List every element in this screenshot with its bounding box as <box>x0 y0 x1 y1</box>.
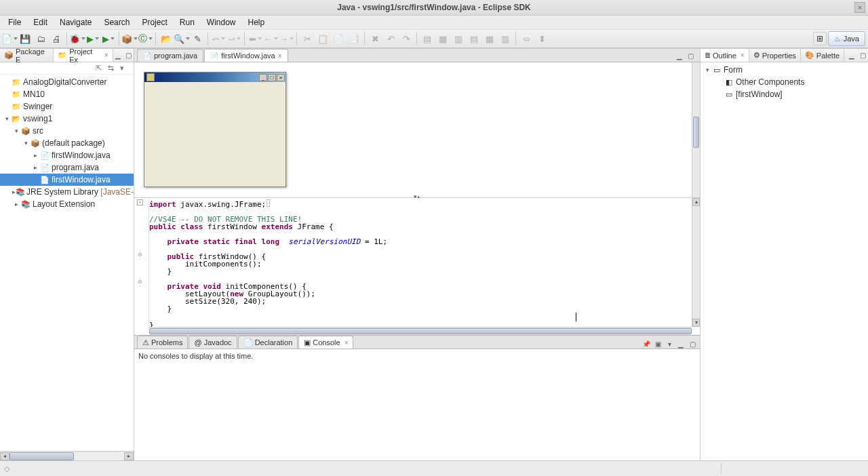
close-icon[interactable]: × <box>344 339 349 346</box>
tree-item[interactable]: ▸📄program.java <box>0 161 134 174</box>
close-icon[interactable]: × <box>741 52 745 59</box>
back-button[interactable]: ← <box>264 32 277 45</box>
align-bot-button[interactable]: ▥ <box>498 32 512 45</box>
tree-item[interactable]: ▾📦(default package) <box>0 137 134 149</box>
editor-tab-firstwindow[interactable]: 📄firstWindow.java× <box>204 49 288 62</box>
open-type-button[interactable]: 📂 <box>159 32 173 45</box>
scroll-up-arrow[interactable]: ▴ <box>692 198 700 206</box>
run-last-button[interactable]: ▶ <box>102 32 115 45</box>
menu-navigate[interactable]: Navigate <box>54 16 97 28</box>
tree-item[interactable]: 📁AnalogDigitalConverter <box>0 76 134 88</box>
open-console-icon[interactable]: ▾ <box>665 339 674 349</box>
tree-item[interactable]: 📁MN10 <box>0 88 134 100</box>
delete-button[interactable]: ✖ <box>368 32 382 45</box>
outline-item[interactable]: ▾▭Form <box>701 64 868 76</box>
paste-button[interactable]: 📄 <box>332 32 345 45</box>
editor-gutter[interactable]: + ⊖ ⊖ <box>134 198 149 327</box>
menu-project[interactable]: Project <box>136 16 172 28</box>
jframe-min-icon[interactable]: _ <box>259 74 267 81</box>
twisty-icon[interactable]: ▾ <box>3 115 11 122</box>
properties-tab[interactable]: ⚙Properties <box>749 49 801 62</box>
redo-button[interactable]: ↷ <box>399 32 413 45</box>
tree-item[interactable]: 📁Swinger <box>0 100 134 113</box>
fold-marker-icon[interactable]: + <box>137 199 143 205</box>
outline-item[interactable]: ◧Other Components <box>701 76 868 88</box>
scroll-track[interactable] <box>9 452 124 460</box>
twisty-icon[interactable]: ▾ <box>703 66 711 73</box>
outline-tab[interactable]: ≣Outline× <box>701 49 749 62</box>
menu-run[interactable]: Run <box>174 16 200 28</box>
toggle-mark-button[interactable]: ✎ <box>191 32 204 45</box>
editor-minimize-icon[interactable]: ▁ <box>677 52 686 62</box>
twisty-icon[interactable]: ▸ <box>31 152 39 159</box>
fold-marker-icon[interactable]: ⊖ <box>137 279 143 285</box>
print-button[interactable]: 🖨 <box>50 32 63 45</box>
jframe-max-icon[interactable]: □ <box>268 74 276 81</box>
scroll-left-arrow[interactable]: ◂ <box>0 452 9 460</box>
tree-item[interactable]: ▸📄firstWindow.java <box>0 149 134 161</box>
tree-item[interactable]: ▸📚Layout Extension <box>0 198 134 210</box>
menu-file[interactable]: File <box>3 16 26 28</box>
scroll-thumb[interactable] <box>149 328 692 334</box>
maximize-view-icon[interactable]: ▢ <box>858 51 867 60</box>
designer-vscroll[interactable] <box>692 62 700 197</box>
outline-tree[interactable]: ▾▭Form◧Other Components▭[firstWindow] <box>701 62 868 460</box>
minimize-view-icon[interactable]: ▁ <box>676 339 686 349</box>
tree-item[interactable]: ▾📂vswing1 <box>0 113 134 125</box>
close-icon[interactable]: × <box>104 52 108 59</box>
cut-button[interactable]: ✂ <box>300 32 314 45</box>
open-perspective-button[interactable]: ⊞ <box>813 32 827 45</box>
align-mid-button[interactable]: ▦ <box>483 32 496 45</box>
twisty-icon[interactable]: ▾ <box>22 140 30 146</box>
scroll-thumb[interactable] <box>693 117 699 148</box>
problems-tab[interactable]: ⚠Problems <box>137 336 188 349</box>
source-editor[interactable]: + ⊖ ⊖ import javax.swing.JFrame; //VS4E … <box>134 198 700 335</box>
twisty-icon[interactable]: ▾ <box>12 127 20 134</box>
declaration-tab[interactable]: 📄Declaration <box>238 336 298 349</box>
same-height-button[interactable]: ⬍ <box>535 32 549 45</box>
next-annot-button[interactable]: ⤻ <box>227 32 241 45</box>
minimize-view-icon[interactable]: ▁ <box>847 51 856 60</box>
maximize-view-icon[interactable]: ▢ <box>688 339 697 349</box>
new-class-button[interactable]: Ⓒ <box>138 32 152 45</box>
left-hscrollbar[interactable]: ◂ ▸ <box>0 451 134 460</box>
tree-item[interactable]: ▸📚JRE System Library [JavaSE-1.7] <box>0 186 134 198</box>
scroll-right-arrow[interactable]: ▸ <box>124 452 134 460</box>
maximize-view-icon[interactable]: ▢ <box>124 51 133 60</box>
twisty-icon[interactable]: ▸ <box>12 201 20 207</box>
minimize-view-icon[interactable]: ▁ <box>114 51 123 60</box>
align-right-button[interactable]: ▥ <box>452 32 465 45</box>
project-explorer-tab[interactable]: 📁Project Ex× <box>54 49 113 62</box>
menu-window[interactable]: Window <box>201 16 241 28</box>
perspective-java[interactable]: ♨ Java <box>828 31 865 46</box>
jframe-close-icon[interactable]: × <box>277 74 285 81</box>
package-explorer-tab[interactable]: 📦Package E <box>0 49 54 62</box>
run-button[interactable]: ▶ <box>86 32 100 45</box>
align-left-button[interactable]: ▤ <box>420 32 434 45</box>
save-all-button[interactable]: 🗂 <box>34 32 47 45</box>
editor-vscroll[interactable]: ▴ ▾ <box>692 198 700 327</box>
paste2-button[interactable]: 📑 <box>347 32 361 45</box>
last-edit-button[interactable]: ⬅ <box>248 32 262 45</box>
link-editor-icon[interactable]: ⇆ <box>108 64 117 73</box>
tree-item[interactable]: 📄firstWindow.java <box>0 174 134 186</box>
jframe-preview[interactable]: _ □ × <box>144 72 286 187</box>
console-tab[interactable]: ▣Console× <box>298 336 353 349</box>
window-close-button[interactable]: × <box>854 2 865 13</box>
scroll-down-arrow[interactable]: ▾ <box>692 319 700 327</box>
new-package-button[interactable]: 📦 <box>123 32 136 45</box>
editor-hscroll[interactable] <box>149 327 692 335</box>
fold-marker-icon[interactable]: ⊖ <box>137 252 143 258</box>
align-center-button[interactable]: ▦ <box>436 32 450 45</box>
menu-edit[interactable]: Edit <box>28 16 53 28</box>
tree-item[interactable]: ▾📦src <box>0 125 134 137</box>
forward-button[interactable]: → <box>279 32 293 45</box>
view-menu-icon[interactable]: ▾ <box>120 64 130 73</box>
outline-item[interactable]: ▭[firstWindow] <box>701 88 868 100</box>
twisty-icon[interactable]: ▸ <box>31 164 39 171</box>
collapse-all-icon[interactable]: ⇱ <box>96 64 105 73</box>
same-width-button[interactable]: ⬄ <box>519 32 533 45</box>
undo-button[interactable]: ↶ <box>384 32 397 45</box>
close-icon[interactable]: × <box>278 52 282 60</box>
new-button[interactable]: 📄 <box>3 32 16 45</box>
